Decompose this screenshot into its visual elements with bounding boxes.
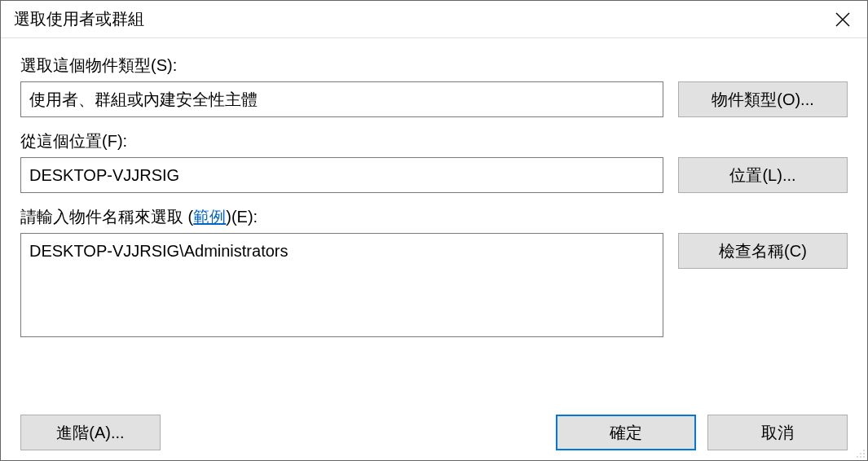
object-type-section: 選取這個物件類型(S): 使用者、群組或內建安全性主體 物件類型(O)...: [20, 55, 848, 117]
cancel-button[interactable]: 取消: [707, 415, 848, 450]
location-row: DESKTOP-VJJRSIG 位置(L)...: [20, 157, 848, 193]
window-title: 選取使用者或群組: [14, 8, 144, 30]
object-types-button[interactable]: 物件類型(O)...: [678, 81, 848, 117]
dialog-content: 選取這個物件類型(S): 使用者、群組或內建安全性主體 物件類型(O)... 從…: [1, 38, 867, 460]
close-button[interactable]: [818, 1, 867, 38]
right-buttons-group: 確定 取消: [556, 415, 848, 450]
svg-point-7: [863, 456, 865, 458]
object-type-row: 使用者、群組或內建安全性主體 物件類型(O)...: [20, 81, 848, 117]
location-label: 從這個位置(F):: [20, 130, 848, 152]
advanced-button[interactable]: 進階(A)...: [20, 415, 161, 450]
object-name-section: 請輸入物件名稱來選取 (範例)(E): 檢查名稱(C): [20, 206, 848, 337]
locations-button[interactable]: 位置(L)...: [678, 157, 848, 193]
svg-point-2: [863, 450, 865, 451]
object-name-label-prefix: 請輸入物件名稱來選取 (: [20, 208, 193, 226]
svg-point-3: [860, 453, 861, 454]
ok-button[interactable]: 確定: [556, 415, 696, 450]
svg-point-5: [857, 456, 858, 458]
object-type-label: 選取這個物件類型(S):: [20, 55, 848, 77]
check-names-button[interactable]: 檢查名稱(C): [678, 233, 848, 269]
dialog-window: 選取使用者或群組 選取這個物件類型(S): 使用者、群組或內建安全性主體 物件類…: [0, 0, 868, 461]
object-name-label-suffix: )(E):: [226, 208, 258, 226]
object-name-input[interactable]: [20, 233, 663, 337]
object-name-label: 請輸入物件名稱來選取 (範例)(E):: [20, 206, 848, 228]
resize-grip-icon[interactable]: [853, 446, 866, 459]
svg-point-6: [860, 456, 861, 458]
bottom-buttons-row: 進階(A)... 確定 取消: [20, 400, 848, 450]
titlebar: 選取使用者或群組: [1, 1, 867, 38]
location-section: 從這個位置(F): DESKTOP-VJJRSIG 位置(L)...: [20, 130, 848, 193]
object-type-field: 使用者、群組或內建安全性主體: [20, 81, 663, 117]
object-name-row: 檢查名稱(C): [20, 233, 848, 337]
location-field: DESKTOP-VJJRSIG: [20, 157, 663, 193]
svg-point-4: [863, 453, 865, 454]
examples-link[interactable]: 範例: [193, 208, 226, 226]
close-icon: [835, 11, 851, 28]
